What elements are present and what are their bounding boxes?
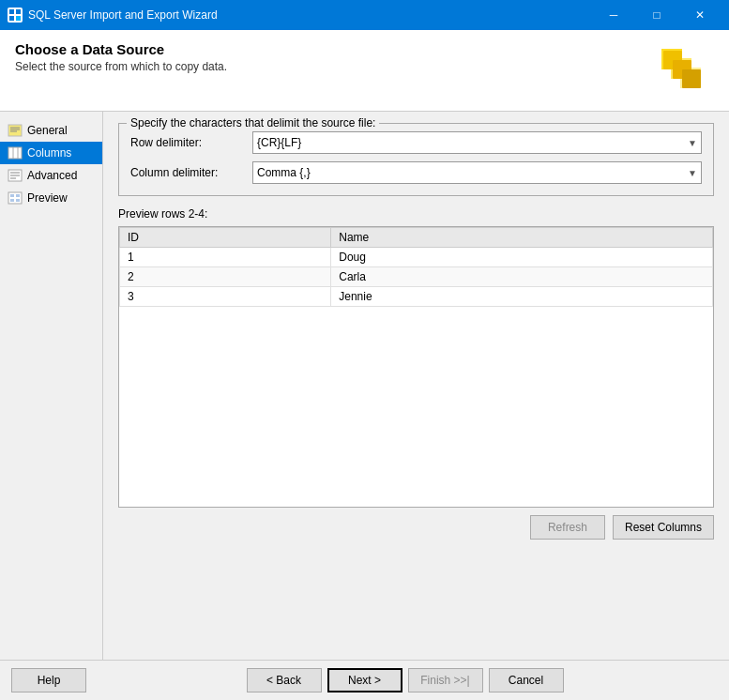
close-button[interactable]: ✕ — [678, 0, 721, 30]
column-delimiter-arrow: ▼ — [688, 168, 697, 178]
sidebar-item-columns[interactable]: Columns — [0, 142, 102, 164]
preview-icon — [8, 190, 23, 205]
page-title: Choose a Data Source — [15, 41, 227, 57]
app-icon — [8, 8, 23, 23]
svg-rect-21 — [8, 192, 22, 204]
page-subtitle: Select the source from which to copy dat… — [15, 60, 227, 73]
column-delimiter-select[interactable]: Comma {,} ▼ — [252, 161, 702, 184]
column-delimiter-label: Column delimiter: — [130, 166, 243, 179]
main-content: Specify the characters that delimit the … — [103, 112, 729, 660]
row-delimiter-value: {CR}{LF} — [257, 136, 301, 149]
window-title: SQL Server Import and Export Wizard — [28, 8, 592, 22]
sidebar-preview-label: Preview — [27, 191, 68, 205]
column-delimiter-row: Column delimiter: Comma {,} ▼ — [130, 161, 702, 184]
cell-name-2: Carla — [331, 267, 713, 287]
header-text: Choose a Data Source Select the source f… — [15, 41, 227, 73]
cell-name-3: Jennie — [331, 287, 713, 307]
table-row: 3 Jennie — [120, 287, 713, 307]
preview-label: Preview rows 2-4: — [118, 207, 714, 221]
sidebar: General Columns — [0, 112, 103, 660]
svg-rect-10 — [8, 125, 22, 136]
svg-rect-3 — [16, 16, 21, 21]
columns-icon — [8, 145, 23, 160]
back-button[interactable]: < Back — [247, 668, 322, 692]
general-icon — [8, 123, 23, 138]
svg-rect-0 — [9, 9, 14, 14]
next-button[interactable]: Next > — [327, 668, 402, 692]
svg-rect-2 — [9, 16, 14, 21]
sidebar-advanced-label: Advanced — [27, 169, 77, 182]
advanced-icon — [8, 168, 23, 183]
footer: Help < Back Next > Finish >>| Cancel — [0, 660, 729, 700]
window-body: Choose a Data Source Select the source f… — [0, 30, 729, 700]
sidebar-item-preview[interactable]: Preview — [0, 187, 102, 209]
delimiter-groupbox: Specify the characters that delimit the … — [118, 123, 714, 196]
sidebar-item-general[interactable]: General — [0, 119, 102, 142]
title-bar: SQL Server Import and Export Wizard ─ □ … — [0, 0, 729, 30]
header-section: Choose a Data Source Select the source f… — [0, 30, 729, 112]
svg-rect-25 — [16, 199, 20, 202]
finish-button[interactable]: Finish >>| — [408, 668, 483, 692]
footer-center: < Back Next > Finish >>| Cancel — [92, 668, 718, 692]
maximize-button[interactable]: □ — [635, 0, 678, 30]
groupbox-legend: Specify the characters that delimit the … — [127, 116, 379, 129]
reset-columns-button[interactable]: Reset Columns — [613, 515, 714, 540]
sidebar-columns-label: Columns — [27, 146, 71, 160]
svg-rect-24 — [10, 199, 14, 202]
action-buttons: Refresh Reset Columns — [118, 515, 714, 540]
window-controls: ─ □ ✕ — [592, 0, 721, 30]
svg-rect-14 — [8, 147, 22, 159]
preview-table: ID Name 1 Doug 2 Carla — [119, 227, 713, 307]
cell-name-1: Doug — [331, 248, 713, 267]
header-icon — [654, 41, 714, 101]
col-header-id: ID — [120, 228, 331, 248]
cancel-button[interactable]: Cancel — [489, 668, 564, 692]
content-area: General Columns — [0, 112, 729, 660]
sidebar-general-label: General — [27, 124, 68, 137]
svg-rect-9 — [682, 69, 701, 88]
svg-rect-23 — [16, 194, 20, 197]
cell-id-3: 3 — [120, 287, 331, 307]
cell-id-1: 1 — [120, 248, 331, 267]
svg-rect-22 — [10, 194, 14, 197]
preview-table-header: ID Name — [120, 228, 713, 248]
col-header-name: Name — [331, 228, 713, 248]
preview-section: Preview rows 2-4: ID Name 1 Doug — [118, 207, 714, 508]
column-delimiter-value: Comma {,} — [257, 166, 311, 179]
svg-rect-1 — [16, 9, 21, 14]
table-row: 2 Carla — [120, 267, 713, 287]
preview-table-body: 1 Doug 2 Carla 3 Jennie — [120, 248, 713, 307]
minimize-button[interactable]: ─ — [592, 0, 635, 30]
help-button[interactable]: Help — [11, 668, 86, 692]
row-delimiter-row: Row delimiter: {CR}{LF} ▼ — [130, 131, 702, 154]
sidebar-item-advanced[interactable]: Advanced — [0, 164, 102, 187]
preview-table-wrapper: ID Name 1 Doug 2 Carla — [118, 226, 714, 508]
table-row: 1 Doug — [120, 248, 713, 267]
row-delimiter-label: Row delimiter: — [130, 136, 243, 149]
cell-id-2: 2 — [120, 267, 331, 287]
refresh-button[interactable]: Refresh — [530, 515, 605, 540]
row-delimiter-select[interactable]: {CR}{LF} ▼ — [252, 131, 702, 154]
row-delimiter-arrow: ▼ — [688, 138, 697, 148]
footer-left: Help — [11, 668, 86, 692]
